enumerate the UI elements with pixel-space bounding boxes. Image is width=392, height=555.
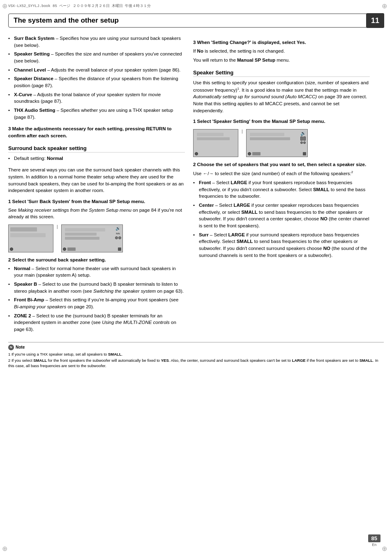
bullet-label: Surr Back System	[14, 36, 54, 41]
step3-no-after: is selected, the setting is not changed.	[203, 49, 285, 53]
step3-no-text: If	[193, 49, 197, 53]
chapter-header: The system and the other setup 11	[8, 14, 384, 28]
page-number: 85	[368, 534, 380, 542]
screen-left-2	[193, 129, 238, 157]
step3-return-bold: Manual SP Setup	[237, 58, 275, 62]
bullet-label: Speaker Setting	[14, 51, 50, 56]
note-header: N Note	[8, 345, 384, 350]
right-screen-icons: 🔊 ≈≈	[115, 226, 121, 239]
screen-divider-2: |	[242, 129, 243, 134]
list-item: Channel Level – Adjusts the overall bala…	[8, 67, 185, 74]
front-label: Front	[199, 180, 211, 185]
list-item: Normal – Select for normal home theater …	[8, 265, 185, 279]
step2-right-heading: 2 Choose the set of speakers that you wa…	[193, 161, 370, 168]
bullet-label: X-Curve	[14, 92, 32, 97]
screen-divider: |	[57, 224, 58, 229]
note-label: Note	[16, 345, 25, 349]
bullet-italic: Switching the speaker system	[93, 289, 156, 294]
speaker-setting-heading: Speaker Setting	[193, 69, 370, 77]
list-item: Speaker Distance – Specifies the distanc…	[8, 75, 185, 89]
bullet-label: Front Bi-Amp	[14, 297, 44, 302]
bullet-italic: Using the MULTI-ZONE controls	[102, 320, 170, 325]
default-setting-list: Default setting: Normal	[8, 155, 185, 162]
list-item: ZONE 2 – Select to use the (surround bac…	[8, 312, 185, 333]
step3-return-text: You will return to the	[193, 58, 237, 62]
notes-section: N Note 1 If you're using a THX speaker s…	[8, 342, 384, 369]
front-small: SMALL	[313, 187, 330, 192]
screen-indicator-r	[118, 247, 121, 251]
note-item-2: 2 If you select SMALL for the front spea…	[8, 358, 384, 369]
page-language: En	[372, 543, 376, 547]
intro-bullet-list: Surr Back System – Specifies how you are…	[8, 35, 185, 120]
step3-no-para: If No is selected, the setting is not ch…	[193, 48, 370, 55]
center-no: NO	[321, 216, 327, 221]
step3-instruction: 3 Make the adjustments necessary for eac…	[8, 125, 185, 139]
surr-back-para: There are several ways you can use the s…	[8, 166, 185, 194]
screen-indicator-r2	[303, 152, 306, 155]
center-large: LARGE	[233, 203, 250, 208]
center-small: SMALL	[241, 210, 258, 215]
screen-left-1	[8, 224, 53, 252]
default-value: Normal	[47, 156, 63, 161]
surr-no: NO	[323, 246, 330, 251]
page-footer: 85 En	[368, 534, 380, 547]
sp-para1-after: . It is a good idea to make sure that th…	[239, 88, 357, 92]
bullet-text: – Select this setting if you're bi-ampin…	[44, 297, 178, 302]
list-item: X-Curve – Adjusts the tonal balance of y…	[8, 91, 185, 105]
bullet-after: on page 20).	[66, 304, 94, 309]
bullet-label: THX Audio Setting	[14, 108, 55, 113]
main-content: Surr Back System – Specifies how you are…	[8, 35, 384, 338]
note-icon: N	[8, 345, 14, 350]
step2-super: 2	[351, 170, 353, 174]
step1-see-text: See	[8, 208, 18, 213]
step1-right-heading: 1 Select 'Speaker Setting' from the Manu…	[193, 118, 370, 125]
step1-left-heading: 1 Select 'Surr Back System' from the Man…	[8, 198, 185, 205]
bullet-label: Speaker B	[14, 282, 37, 287]
step3-no-bold: No	[197, 49, 203, 53]
surr-large: LARGE	[228, 232, 245, 237]
list-item: Speaker B – Select to use the (surround …	[8, 281, 185, 294]
chapter-number: 11	[366, 13, 384, 28]
step3-return-after: menu.	[275, 58, 290, 62]
step2r-bullet-list: Front – Select LARGE if your front speak…	[193, 179, 370, 259]
center-text1: – Select	[215, 203, 234, 208]
file-metadata: VSX-LX52_SYYLJ.book 85 ページ ２００９年２月２６日 木曜…	[0, 0, 392, 10]
default-label: Default setting:	[14, 156, 47, 161]
surr-text1: – Select	[210, 232, 228, 237]
surr-small: SMALL	[237, 239, 253, 244]
bullet-text: – Adjusts the overall balance of your sp…	[46, 67, 180, 72]
corner-mark-tr: ⊕	[382, 2, 390, 10]
right-screen-icons-2: 🔊	[300, 131, 306, 144]
step2-bullet-list: Normal – Select for normal home theater …	[8, 265, 185, 333]
list-item: Speaker Setting – Specifies the size and…	[8, 51, 185, 64]
list-item-surr: Surr – Select LARGE if your surround spe…	[193, 231, 370, 259]
surr-label: Surr	[199, 232, 209, 237]
step2-use-para: Use ←/→ to select the size (and number) …	[193, 170, 370, 177]
step1-italic: Making receiver settings from the System…	[18, 208, 131, 213]
note-item-1: 1 If you're using a THX speaker setup, s…	[8, 352, 384, 357]
right-column: 3 When 'Setting Change?' is displayed, s…	[193, 35, 370, 338]
corner-mark-br: ⊕	[382, 545, 390, 553]
bullet-after: on page 63).	[156, 289, 184, 294]
speaker-setting-para: Use this setting to specify your speaker…	[193, 79, 370, 114]
bullet-italic: Bi-amping your speakers	[14, 304, 66, 309]
screen-indicators	[63, 247, 76, 251]
list-item: Front Bi-Amp – Select this setting if yo…	[8, 296, 185, 310]
screen-right-2: 🔊	[246, 129, 308, 157]
screen-mockup-2: | 🔊	[193, 129, 370, 157]
step1-see: See Making receiver settings from the Sy…	[8, 207, 185, 220]
step3-return-para: You will return to the Manual SP Setup m…	[193, 57, 370, 64]
list-item-center: Center – Select LARGE if your center spe…	[193, 202, 370, 229]
step2-left-heading: 2 Select the surround back speaker setti…	[8, 257, 185, 264]
sp-italic: Automatically setting up for surround so…	[193, 94, 317, 99]
bullet-label: Speaker Distance	[14, 76, 53, 81]
screen-indicators-2	[248, 152, 261, 155]
chapter-title: The system and the other setup	[14, 16, 378, 25]
front-large: LARGE	[231, 180, 247, 185]
step3-right-heading: 3 When 'Setting Change?' is displayed, s…	[193, 39, 370, 46]
corner-mark-bl: ⊕	[2, 545, 10, 553]
step2-use-text: Use ←/→ to select the size (and number) …	[193, 171, 351, 176]
left-column: Surr Back System – Specifies how you are…	[8, 35, 185, 338]
surr-back-heading: Surround back speaker setting	[8, 145, 185, 153]
page-container: ⊕ ⊕ ⊕ ⊕ VSX-LX52_SYYLJ.book 85 ページ ２００９年…	[0, 0, 392, 555]
